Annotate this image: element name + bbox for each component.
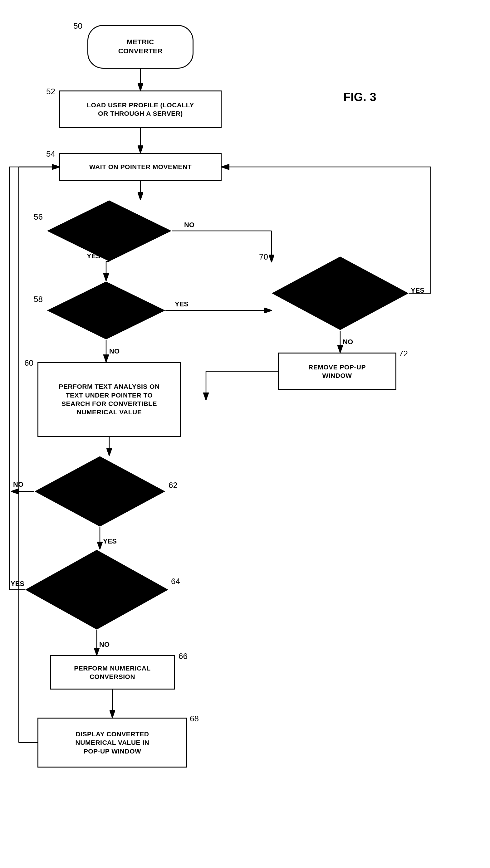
node-54: WAIT ON POINTER MOVEMENT <box>59 153 222 181</box>
node-num-56: 56 <box>34 212 43 222</box>
node-num-70: 70 <box>259 252 268 262</box>
node-58: POP-UP WINDOW DISPLAYED? <box>47 281 165 340</box>
label-no-62: NO <box>13 480 23 488</box>
node-52: LOAD USER PROFILE (LOCALLY OR THROUGH A … <box>59 91 222 128</box>
node-62: CONVERTIBLE NUMERICAL VALUE FOUND? <box>34 456 165 527</box>
diagram-container: FIG. 3 METRIC CONVERTER 50 LOAD USER PRO… <box>0 0 490 868</box>
node-num-54: 54 <box>46 149 55 159</box>
node-num-50: 50 <box>73 21 82 31</box>
node-56: POINTER MOVEMENT DETECTED? <box>47 200 172 262</box>
node-72: REMOVE POP-UP WINDOW <box>278 352 396 390</box>
node-60: PERFORM TEXT ANALYSIS ON TEXT UNDER POIN… <box>37 362 181 437</box>
node-num-64: 64 <box>171 577 180 586</box>
node-num-58: 58 <box>34 294 43 304</box>
label-yes-70: YES <box>411 286 425 294</box>
label-no-70: NO <box>343 338 353 346</box>
node-64: UNIT OF CONVERTIBLE NUMERICAL VALUE MATC… <box>25 549 169 630</box>
node-num-72: 72 <box>399 349 408 359</box>
node-num-52: 52 <box>46 87 55 96</box>
node-70: STILL OVER SAME CONVERTIBLE NUMERICAL VA… <box>272 256 409 331</box>
label-yes-62: YES <box>103 537 117 545</box>
node-68: DISPLAY CONVERTED NUMERICAL VALUE IN POP… <box>37 718 187 768</box>
label-yes-64: YES <box>10 580 24 588</box>
fig-label: FIG. 3 <box>343 91 376 104</box>
node-num-60: 60 <box>24 358 33 368</box>
node-num-62: 62 <box>169 480 178 490</box>
label-yes-58: YES <box>175 300 188 308</box>
node-num-68: 68 <box>190 714 199 723</box>
node-50: METRIC CONVERTER <box>87 25 193 69</box>
label-no-64: NO <box>99 641 110 648</box>
node-66: PERFORM NUMERICAL CONVERSION <box>50 655 175 689</box>
node-num-66: 66 <box>179 651 188 661</box>
label-no-56: NO <box>184 221 194 229</box>
label-no-58: NO <box>109 347 120 355</box>
